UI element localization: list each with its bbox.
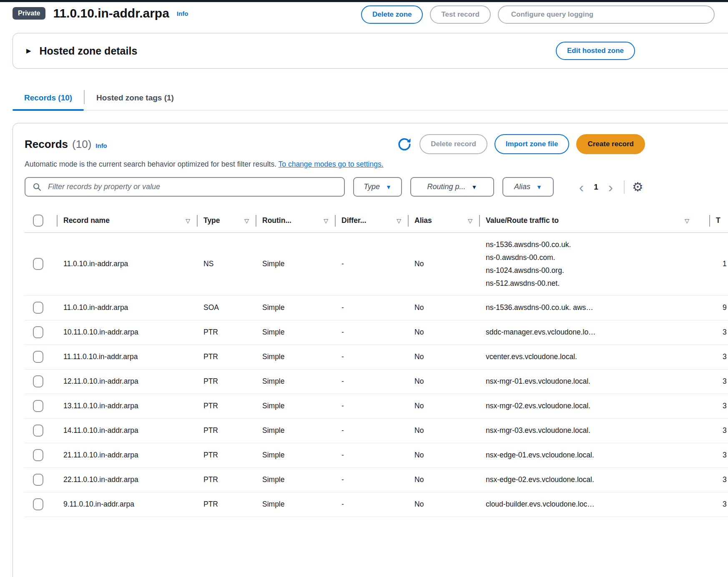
row-checkbox[interactable] [33, 326, 43, 338]
import-zone-file-button[interactable]: Import zone file [495, 134, 570, 154]
row-checkbox[interactable] [33, 351, 43, 363]
next-page-button[interactable] [605, 180, 616, 194]
records-info-link[interactable]: Info [95, 142, 107, 149]
filter-records-input[interactable] [47, 182, 337, 192]
delete-record-button[interactable]: Delete record [419, 134, 487, 154]
record-name-cell: 10.11.0.10.in-addr.arpa [57, 320, 197, 345]
configure-query-logging-button[interactable]: Configure query logging [498, 5, 715, 24]
private-badge: Private [13, 7, 45, 20]
ttl-cell: 3 [709, 418, 728, 443]
column-type-label: Type [203, 216, 220, 225]
record-type-cell: PTR [197, 345, 256, 369]
record-type-cell: PTR [197, 394, 256, 418]
differentiator-cell: - [335, 320, 408, 345]
table-row: 9.11.0.10.in-addr.arpa PTR Simple - No c… [24, 492, 728, 517]
differentiator-cell: - [335, 418, 408, 443]
value-line: nsx-mgr-01.evs.vcloudone.local. [486, 375, 703, 388]
column-routing[interactable]: Routin... [256, 209, 335, 232]
value-cell: nsx-edge-02.evs.vcloudone.local. [479, 467, 709, 492]
hosted-zone-details-card: Hosted zone details Edit hosted zone [13, 33, 728, 69]
value-line: ns-0.awsdns-00.com. [486, 251, 703, 264]
alias-cell: No [408, 467, 479, 492]
page-header: Private 11.0.10.in-addr.arpa Info Delete… [0, 2, 728, 28]
column-differentiator[interactable]: Differ... [335, 209, 408, 232]
records-panel: Records (10) Info Delete record Import z… [13, 123, 728, 577]
row-checkbox[interactable] [33, 498, 43, 510]
routing-policy-cell: Simple [256, 232, 335, 295]
routing-policy-cell: Simple [256, 394, 335, 418]
table-settings-button[interactable] [632, 180, 643, 194]
hosted-zone-details-toggle[interactable]: Hosted zone details [26, 45, 137, 57]
ttl-cell: 3 [709, 394, 728, 418]
column-alias[interactable]: Alias [408, 209, 479, 232]
differentiator-cell: - [335, 232, 408, 295]
differentiator-cell: - [335, 394, 408, 418]
row-checkbox[interactable] [33, 302, 43, 314]
row-checkbox[interactable] [33, 400, 43, 412]
record-type-cell: PTR [197, 418, 256, 443]
filter-dropdown[interactable]: Alias [502, 177, 554, 197]
records-table: Record name Type Routin... Differ... Ali… [24, 209, 728, 517]
table-row: 14.11.0.10.in-addr.arpa PTR Simple - No … [24, 418, 728, 443]
alias-cell: No [408, 394, 479, 418]
record-type-cell: PTR [197, 443, 256, 467]
record-type-cell: NS [197, 232, 256, 295]
tab-hosted-zone-tags[interactable]: Hosted zone tags (1) [85, 93, 186, 110]
routing-policy-cell: Simple [256, 443, 335, 467]
page-title: 11.0.10.in-addr.arpa [53, 6, 169, 20]
records-count: (10) [72, 138, 91, 151]
value-line: ns-1536.awsdns-00.co.uk. [486, 238, 703, 251]
sort-icon[interactable] [468, 216, 472, 225]
zone-info-link[interactable]: Info [177, 10, 188, 17]
tab-records[interactable]: Records (10) [13, 93, 84, 110]
alias-cell: No [408, 320, 479, 345]
sort-icon[interactable] [324, 216, 328, 225]
column-ttl[interactable]: T [709, 209, 728, 232]
pagination: 1 [576, 180, 643, 194]
row-checkbox[interactable] [33, 375, 43, 387]
routing-policy-cell: Simple [256, 467, 335, 492]
table-header-row: Record name Type Routin... Differ... Ali… [24, 209, 728, 232]
change-modes-link[interactable]: To change modes go to settings. [279, 160, 384, 168]
sort-icon[interactable] [685, 216, 689, 225]
sort-icon[interactable] [397, 216, 401, 225]
differentiator-cell: - [335, 345, 408, 369]
edit-hosted-zone-button[interactable]: Edit hosted zone [556, 42, 635, 60]
row-checkbox[interactable] [33, 449, 43, 461]
routing-policy-cell: Simple [256, 320, 335, 345]
value-line: ns-1024.awsdns-00.org. [486, 264, 703, 277]
column-record-name[interactable]: Record name [57, 209, 197, 232]
alias-cell: No [408, 295, 479, 320]
ttl-cell: 3 [709, 320, 728, 345]
select-all-checkbox[interactable] [33, 215, 43, 227]
alias-cell: No [408, 492, 479, 517]
column-type[interactable]: Type [197, 209, 256, 232]
filter-dropdown[interactable]: Routing p... [410, 177, 494, 197]
column-value[interactable]: Value/Route traffic to [479, 209, 709, 232]
create-record-button[interactable]: Create record [576, 134, 645, 154]
column-ttl-label: T [716, 216, 720, 225]
row-checkbox[interactable] [33, 258, 43, 270]
value-cell: sddc-manager.evs.vcloudone.lo… [479, 320, 709, 345]
sort-icon[interactable] [244, 216, 249, 225]
value-line: cloud-builder.evs.vcloudone.loc… [486, 498, 703, 511]
alias-cell: No [408, 418, 479, 443]
refresh-button[interactable] [397, 136, 412, 152]
filter-records-searchbox[interactable] [25, 177, 345, 197]
sort-icon[interactable] [186, 216, 190, 225]
value-cell: nsx-mgr-03.evs.vcloudone.local. [479, 418, 709, 443]
value-cell: vcenter.evs.vcloudone.local. [479, 345, 709, 369]
previous-page-button[interactable] [576, 180, 587, 194]
current-page[interactable]: 1 [590, 182, 602, 192]
ttl-cell: 1 [709, 232, 728, 295]
value-cell: nsx-mgr-02.evs.vcloudone.local. [479, 394, 709, 418]
test-record-button[interactable]: Test record [430, 5, 490, 24]
row-checkbox[interactable] [33, 425, 43, 437]
filter-dropdown[interactable]: Type [353, 177, 402, 197]
row-checkbox[interactable] [33, 474, 43, 486]
differentiator-cell: - [335, 443, 408, 467]
table-row: 11.11.0.10.in-addr.arpa PTR Simple - No … [24, 345, 728, 369]
records-table-body: 11.0.10.in-addr.arpa NS Simple - No ns-1… [24, 232, 728, 517]
filter-dropdown-label: Alias [514, 182, 530, 191]
delete-zone-button[interactable]: Delete zone [361, 5, 423, 24]
